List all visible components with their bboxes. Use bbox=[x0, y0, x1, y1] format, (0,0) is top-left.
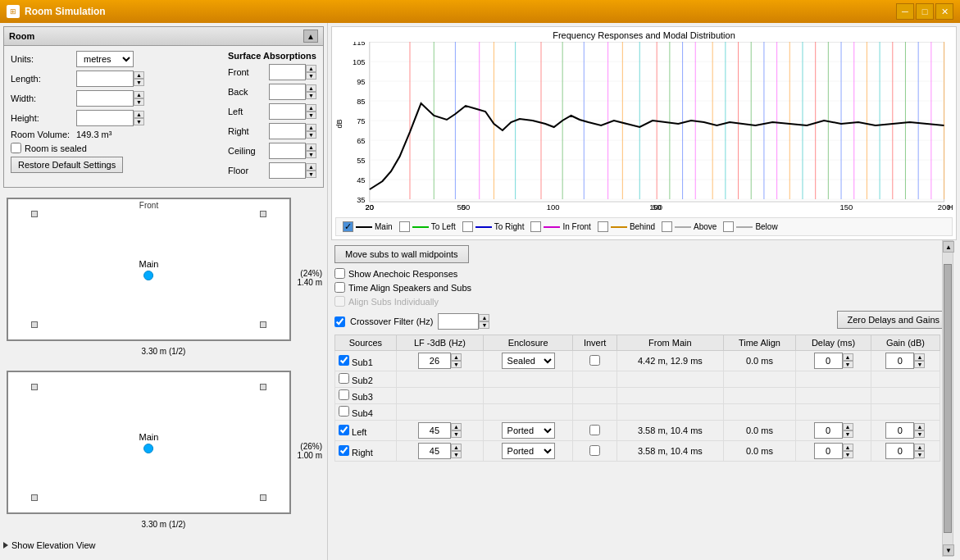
show-elevation-btn[interactable]: Show Elevation View bbox=[0, 537, 327, 553]
ceiling-abs-label: Ceiling bbox=[228, 146, 269, 156]
height-up-button[interactable]: ▲ bbox=[134, 111, 144, 118]
gain-right-input[interactable] bbox=[885, 443, 914, 459]
width-down-button[interactable]: ▼ bbox=[134, 98, 144, 106]
crossover-down[interactable]: ▼ bbox=[479, 321, 489, 329]
time-align-checkbox[interactable] bbox=[334, 282, 345, 293]
scroll-thumb[interactable] bbox=[944, 264, 952, 533]
right-abs-up[interactable]: ▲ bbox=[306, 124, 316, 131]
ceiling-abs-input[interactable]: 0.20 bbox=[269, 143, 306, 159]
legend-in-front[interactable]: In Front bbox=[530, 221, 590, 232]
show-anechoic-checkbox[interactable] bbox=[334, 268, 345, 279]
invert-sub1-checkbox[interactable] bbox=[589, 355, 600, 366]
legend-to-right[interactable]: To Right bbox=[462, 221, 525, 232]
enclosure-sub1-select[interactable]: SealedPorted bbox=[502, 353, 555, 369]
front-abs-down[interactable]: ▼ bbox=[306, 72, 316, 80]
source-right-checkbox[interactable] bbox=[339, 445, 349, 456]
gain-sub1-input[interactable] bbox=[885, 353, 914, 369]
left-abs-input[interactable]: 0.10 bbox=[269, 103, 306, 120]
lf3db-sub1-input[interactable] bbox=[418, 353, 451, 369]
right-abs-input[interactable]: 0.10 bbox=[269, 123, 306, 139]
ceiling-abs-down[interactable]: ▼ bbox=[306, 151, 316, 158]
legend-main[interactable]: ✓ Main bbox=[343, 221, 393, 232]
move-subs-button[interactable]: Move subs to wall midpoints bbox=[334, 245, 469, 263]
gain-cell: ▲▼ bbox=[871, 441, 940, 462]
front-abs-input[interactable]: 0.10 bbox=[269, 64, 306, 80]
delay-right-input[interactable] bbox=[814, 443, 843, 459]
legend-behind-checkbox[interactable] bbox=[598, 221, 608, 232]
back-abs-input[interactable]: 0.10 bbox=[269, 84, 306, 100]
legend-to-left-checkbox[interactable] bbox=[399, 221, 410, 232]
legend-behind-line bbox=[611, 226, 627, 228]
floor-abs-input[interactable]: 0.05 bbox=[269, 162, 306, 179]
zero-delays-button[interactable]: Zero Delays and Gains bbox=[837, 311, 951, 329]
length-down-button[interactable]: ▼ bbox=[134, 79, 144, 86]
source-left-checkbox[interactable] bbox=[339, 425, 349, 435]
source-sub2-checkbox[interactable] bbox=[339, 373, 349, 384]
minimize-button[interactable]: ─ bbox=[896, 3, 914, 20]
enclosure-right-select[interactable]: PortedSealed bbox=[502, 443, 555, 459]
legend-to-left[interactable]: To Left bbox=[399, 221, 456, 232]
legend-main-checkbox[interactable]: ✓ bbox=[343, 221, 353, 232]
floor-abs-label: Floor bbox=[228, 166, 269, 175]
legend-in-front-checkbox[interactable] bbox=[530, 221, 541, 232]
elevation-view-label: Show Elevation View bbox=[11, 540, 96, 550]
legend-below-checkbox[interactable] bbox=[723, 221, 734, 232]
table-row: Sub1▲▼SealedPorted4.42 m, 12.9 ms0.0 ms▲… bbox=[335, 351, 940, 371]
room-collapse-button[interactable]: ▲ bbox=[303, 30, 318, 43]
legend-above[interactable]: Above bbox=[662, 221, 717, 232]
invert-cell bbox=[573, 388, 617, 404]
lf3db-cell bbox=[396, 404, 483, 421]
fp-speaker-tr bbox=[260, 211, 266, 217]
left-abs-up[interactable]: ▲ bbox=[306, 104, 316, 112]
enclosure-left-select[interactable]: PortedSealed bbox=[502, 422, 555, 439]
fp-bottom-main-label: Main bbox=[139, 432, 159, 442]
delay-left-input[interactable] bbox=[814, 422, 843, 439]
lf3db-left-input[interactable] bbox=[418, 422, 451, 439]
vertical-scrollbar[interactable]: ▲ ▼ bbox=[942, 240, 953, 557]
legend-behind[interactable]: Behind bbox=[598, 221, 655, 232]
width-input[interactable]: 6.60 m bbox=[76, 90, 134, 107]
back-abs-up[interactable]: ▲ bbox=[306, 84, 316, 92]
delay-sub1-input[interactable] bbox=[814, 353, 843, 369]
left-abs-down[interactable]: ▼ bbox=[306, 112, 316, 119]
left-abs-label: Left bbox=[228, 107, 269, 116]
height-input[interactable]: 3.90 m bbox=[76, 110, 134, 126]
units-select[interactable]: metres feet bbox=[76, 51, 134, 67]
floor-abs-down[interactable]: ▼ bbox=[306, 171, 316, 178]
legend-above-checkbox[interactable] bbox=[662, 221, 672, 232]
lf3db-right-input[interactable] bbox=[418, 443, 451, 459]
source-sub4-checkbox[interactable] bbox=[339, 406, 349, 417]
close-button[interactable]: ✕ bbox=[935, 3, 953, 20]
floor-abs-up[interactable]: ▲ bbox=[306, 163, 316, 171]
source-sub3-checkbox[interactable] bbox=[339, 389, 349, 400]
source-sub1-checkbox[interactable] bbox=[339, 355, 349, 366]
crossover-checkbox[interactable] bbox=[334, 316, 345, 327]
fp-top-front-label: Front bbox=[139, 201, 158, 210]
restore-defaults-button[interactable]: Restore Default Settings bbox=[11, 157, 123, 173]
delay-cell: ▲▼ bbox=[796, 441, 871, 462]
invert-right-checkbox[interactable] bbox=[589, 445, 600, 456]
legend-to-left-label: To Left bbox=[431, 222, 456, 231]
invert-left-checkbox[interactable] bbox=[589, 425, 600, 435]
room-sealed-checkbox[interactable] bbox=[11, 143, 21, 153]
height-down-button[interactable]: ▼ bbox=[134, 118, 144, 125]
back-abs-down[interactable]: ▼ bbox=[306, 92, 316, 99]
maximize-button[interactable]: □ bbox=[916, 3, 934, 20]
svg-text:105: 105 bbox=[353, 58, 366, 66]
crossover-input[interactable]: 90 bbox=[438, 313, 479, 330]
crossover-up[interactable]: ▲ bbox=[479, 314, 489, 321]
right-abs-down[interactable]: ▼ bbox=[306, 131, 316, 139]
length-up-button[interactable]: ▲ bbox=[134, 71, 144, 79]
time-align-cell bbox=[723, 404, 795, 421]
align-subs-checkbox[interactable] bbox=[334, 296, 345, 307]
width-up-button[interactable]: ▲ bbox=[134, 91, 144, 98]
legend-to-right-checkbox[interactable] bbox=[462, 221, 473, 232]
legend-below[interactable]: Below bbox=[723, 221, 777, 232]
scroll-up-arrow[interactable]: ▲ bbox=[943, 241, 954, 253]
ceiling-abs-up[interactable]: ▲ bbox=[306, 143, 316, 151]
from-main-cell bbox=[617, 388, 724, 404]
length-input[interactable]: 5.80 m bbox=[76, 71, 134, 87]
front-abs-up[interactable]: ▲ bbox=[306, 65, 316, 72]
scroll-down-arrow[interactable]: ▼ bbox=[943, 544, 954, 556]
gain-left-input[interactable] bbox=[885, 422, 914, 439]
